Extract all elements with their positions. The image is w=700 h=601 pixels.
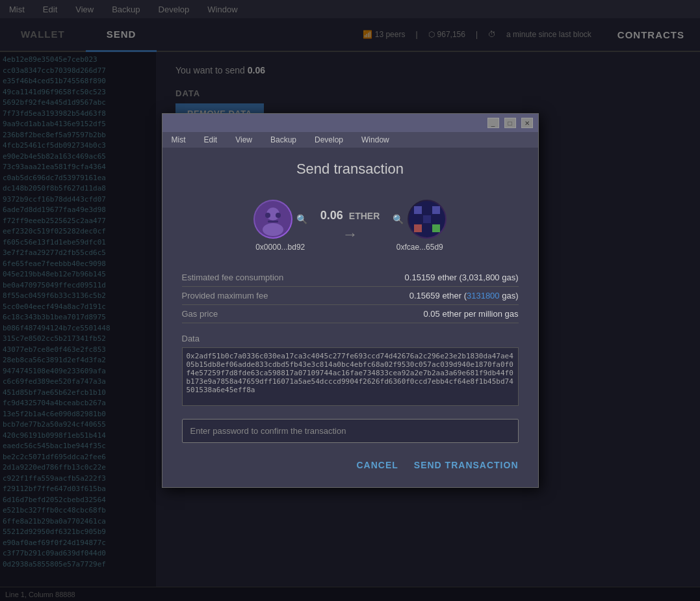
to-container: 🔍 xyxy=(393,200,447,252)
modal-overlay: _ □ ✕ Mist Edit View Backup Develop Wind… xyxy=(0,0,700,601)
from-search-icon[interactable]: 🔍 xyxy=(296,214,307,224)
svg-rect-8 xyxy=(432,206,440,214)
tx-amount: 0.06 ETHER xyxy=(320,209,380,222)
tx-center: 0.06 ETHER → xyxy=(320,209,380,243)
password-input[interactable] xyxy=(182,419,519,443)
estimated-fee-label: Estimated fee consumption xyxy=(182,273,284,282)
modal-actions: CANCEL SEND TRANSACTION xyxy=(182,453,519,474)
data-section: Data 0x2adf51b0c7a0336c030ea17ca3c4045c2… xyxy=(182,334,519,408)
max-fee-value: 0.15659 ether (3131800 gas) xyxy=(409,291,519,300)
gas-price-value: 0.05 ether per million gas xyxy=(424,309,519,319)
to-address: 0xfcae...65d9 xyxy=(396,243,443,252)
from-avatar xyxy=(253,200,292,239)
modal-minimize-button[interactable]: _ xyxy=(487,118,499,128)
send-transaction-button[interactable]: SEND TRANSACTION xyxy=(414,460,519,470)
modal-titlebar: _ □ ✕ xyxy=(162,114,538,132)
max-fee-row: Provided maximum fee 0.15659 ether (3131… xyxy=(182,287,519,305)
data-section-label: Data xyxy=(182,334,519,343)
svg-point-2 xyxy=(263,223,283,236)
gas-price-label: Gas price xyxy=(182,309,218,319)
main-app: Mist Edit View Backup Develop Window WAL… xyxy=(0,0,700,601)
tx-amount-unit: ETHER xyxy=(349,211,380,221)
svg-rect-10 xyxy=(432,224,440,232)
svg-point-3 xyxy=(265,213,270,218)
to-search-icon[interactable]: 🔍 xyxy=(393,214,404,224)
arrow-icon: → xyxy=(342,225,357,243)
svg-rect-11 xyxy=(423,215,431,223)
gas-highlight: 3131800 xyxy=(467,291,500,300)
data-textarea[interactable]: 0x2adf51b0c7a0336c030ea17ca3c4045c277fe6… xyxy=(182,347,519,406)
svg-rect-5 xyxy=(268,220,278,222)
modal-menu-backup[interactable]: Backup xyxy=(266,134,300,146)
modal-menu-mist[interactable]: Mist xyxy=(168,134,190,146)
tx-visual: 🔍 0x0000...bd92 0.06 ETHER → xyxy=(253,200,447,252)
modal-maximize-button[interactable]: □ xyxy=(504,118,516,128)
modal-content: Send transaction xyxy=(162,148,538,487)
modal-close-button[interactable]: ✕ xyxy=(521,118,533,128)
svg-rect-7 xyxy=(414,206,422,214)
modal-heading: Send transaction xyxy=(296,161,404,178)
modal-menu-view[interactable]: View xyxy=(231,134,256,146)
from-address: 0x0000...bd92 xyxy=(255,243,305,252)
modal-menu-develop[interactable]: Develop xyxy=(311,134,347,146)
data-textarea-container: 0x2adf51b0c7a0336c030ea17ca3c4045c277fe6… xyxy=(182,347,519,408)
svg-point-4 xyxy=(276,213,281,218)
max-fee-label: Provided maximum fee xyxy=(182,291,268,300)
gas-price-row: Gas price 0.05 ether per million gas xyxy=(182,305,519,323)
fee-table: Estimated fee consumption 0.15159 ether … xyxy=(182,269,519,323)
modal-menu-window[interactable]: Window xyxy=(357,134,393,146)
cancel-button[interactable]: CANCEL xyxy=(356,460,398,470)
to-avatar xyxy=(408,200,447,239)
modal-menu-bar: Mist Edit View Backup Develop Window xyxy=(162,132,538,148)
modal-menu-edit[interactable]: Edit xyxy=(200,134,222,146)
estimated-fee-row: Estimated fee consumption 0.15159 ether … xyxy=(182,269,519,287)
svg-rect-9 xyxy=(414,224,422,232)
from-container: 🔍 0x0000...bd92 xyxy=(253,200,307,252)
modal-window: _ □ ✕ Mist Edit View Backup Develop Wind… xyxy=(162,113,539,488)
estimated-fee-value: 0.15159 ether (3,031,800 gas) xyxy=(405,273,519,282)
